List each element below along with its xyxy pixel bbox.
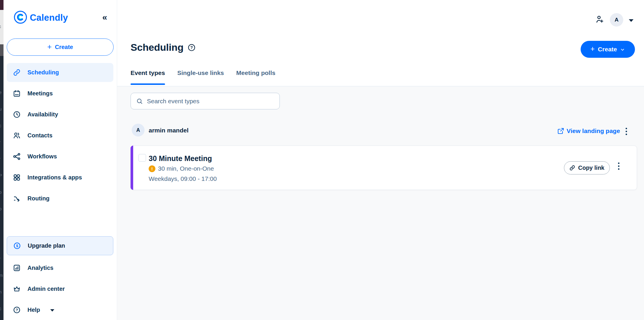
svg-text:$: $: [16, 244, 18, 248]
view-landing-page-link[interactable]: View landing page: [557, 127, 620, 134]
background-text-glyph: l: [0, 234, 4, 250]
background-text-glyph: m: [0, 267, 4, 284]
create-button-label: Create: [598, 46, 617, 53]
background-strip-gray: [0, 44, 4, 56]
warning-icon: !: [149, 165, 155, 172]
search-box: [131, 93, 280, 109]
sidebar-item-label: Availability: [27, 111, 58, 118]
help-circle-icon[interactable]: ?: [188, 43, 196, 52]
sidebar-item-availability[interactable]: Availability: [7, 105, 113, 124]
calendly-logo[interactable]: Calendly: [14, 11, 68, 25]
link-icon: [569, 165, 575, 171]
sidebar-item-label: Workflows: [27, 153, 57, 160]
help-icon: ?: [13, 306, 21, 314]
sidebar-item-label: Analytics: [27, 265, 53, 271]
calendly-app-window: Calendly « + Create Scheduling: [4, 0, 644, 320]
event-options-kebab-icon[interactable]: [617, 161, 621, 171]
page-title-row: Scheduling ?: [131, 42, 196, 53]
background-text-glyph: o: [0, 184, 4, 200]
avatar-initial: A: [615, 17, 619, 23]
owner-options-kebab-icon[interactable]: [624, 127, 628, 136]
workflow-icon: [13, 153, 21, 160]
owner-name: armin mandel: [149, 127, 189, 134]
tab-event-types[interactable]: Event types: [131, 69, 165, 85]
upgrade-plan-label: Upgrade plan: [28, 242, 65, 249]
background-text-glyph: P: [0, 167, 4, 184]
grid-icon: [13, 174, 21, 181]
background-text-glyph: r: [0, 134, 4, 151]
background-text-glyph: o: [0, 200, 4, 217]
background-strip-maroon: [0, 0, 4, 10]
sidebar-item-routing[interactable]: Routing: [7, 189, 113, 208]
chevron-down-icon: [620, 47, 625, 52]
tab-single-use-links[interactable]: Single-use links: [177, 69, 224, 85]
calendly-wordmark: Calendly: [30, 13, 68, 23]
plus-icon: +: [47, 43, 52, 51]
sidebar-item-meetings[interactable]: Meetings: [7, 84, 113, 103]
sidebar-item-scheduling[interactable]: Scheduling: [7, 63, 113, 82]
sidebar-item-workflows[interactable]: Workflows: [7, 147, 113, 166]
sidebar-item-label: Help: [27, 307, 40, 313]
sidebar-item-label: Admin center: [27, 286, 65, 292]
sidebar-item-integrations[interactable]: Integrations & apps: [7, 168, 113, 187]
copy-link-label: Copy link: [578, 165, 604, 171]
sidebar-create-button[interactable]: + Create: [7, 39, 114, 56]
sidebar-nav: Scheduling Meetings: [7, 63, 113, 210]
sidebar: Calendly « + Create Scheduling: [4, 0, 117, 320]
tab-bar: Event types Single-use links Meeting pol…: [131, 69, 275, 85]
owner-avatar: A: [132, 124, 145, 137]
background-text-glyph: c: [0, 24, 4, 29]
event-meta-row: ! 30 min, One-on-One: [149, 165, 214, 172]
sidebar-create-label: Create: [55, 44, 73, 50]
event-details: 30 min, One-on-One: [158, 165, 214, 172]
background-text-glyph: i: [0, 217, 4, 234]
sidebar-item-analytics[interactable]: Analytics: [7, 258, 113, 277]
event-title[interactable]: 30 Minute Meeting: [149, 154, 212, 163]
background-text-glyph: u: [0, 101, 4, 117]
copy-link-button[interactable]: Copy link: [564, 161, 610, 174]
event-schedule: Weekdays, 09:00 - 17:00: [149, 175, 217, 182]
event-type-card[interactable]: 30 Minute Meeting ! 30 min, One-on-One W…: [131, 146, 637, 190]
sidebar-upgrade-plan-button[interactable]: $ Upgrade plan: [7, 236, 113, 255]
svg-text:?: ?: [190, 45, 193, 50]
event-checkbox[interactable]: [138, 154, 146, 162]
background-text-glyph: r: [0, 151, 4, 167]
routing-icon: [13, 195, 21, 202]
calendly-logo-mark-icon: [14, 11, 27, 25]
sidebar-collapse-icon[interactable]: «: [102, 13, 106, 23]
background-text-glyph: e: [0, 84, 4, 101]
sidebar-logo-row: Calendly «: [14, 11, 106, 25]
background-text-glyph: n: [0, 284, 4, 300]
crown-icon: [13, 285, 21, 293]
sidebar-item-label: Scheduling: [27, 69, 59, 76]
users-icon: [13, 132, 21, 139]
background-text-glyph: c: [0, 117, 4, 134]
sidebar-item-admin-center[interactable]: Admin center: [7, 279, 113, 298]
view-landing-page-label: View landing page: [567, 127, 620, 134]
background-text-glyph: r: [0, 250, 4, 267]
external-link-icon: [557, 127, 564, 134]
sidebar-item-label: Contacts: [27, 132, 53, 139]
sidebar-bottom-nav: Analytics Admin center ? Help: [7, 258, 113, 320]
background-window-strip: c eucrrPooilrmnce: [0, 0, 4, 320]
link-icon: [13, 69, 21, 76]
calendar-icon: [13, 90, 21, 97]
account-menu-caret-icon[interactable]: [629, 19, 633, 22]
sidebar-item-help[interactable]: ? Help: [7, 300, 113, 319]
sidebar-item-label: Meetings: [27, 90, 53, 97]
sidebar-item-label: Integrations & apps: [27, 174, 82, 181]
search-input[interactable]: [147, 98, 274, 105]
background-strip-light: c: [0, 10, 4, 44]
create-button[interactable]: + Create: [581, 41, 635, 58]
sidebar-item-label: Routing: [27, 195, 50, 202]
tab-meeting-polls[interactable]: Meeting polls: [236, 69, 275, 85]
sidebar-item-contacts[interactable]: Contacts: [7, 126, 113, 145]
chevron-down-icon: [50, 309, 54, 312]
background-text-glyph: c: [0, 300, 4, 317]
background-text-glyph: e: [0, 317, 4, 320]
owner-avatar-initial: A: [136, 127, 140, 133]
account-avatar[interactable]: A: [610, 13, 623, 27]
bar-chart-icon: [13, 264, 21, 272]
add-user-icon[interactable]: [595, 15, 604, 24]
dollar-circle-icon: $: [13, 242, 21, 250]
